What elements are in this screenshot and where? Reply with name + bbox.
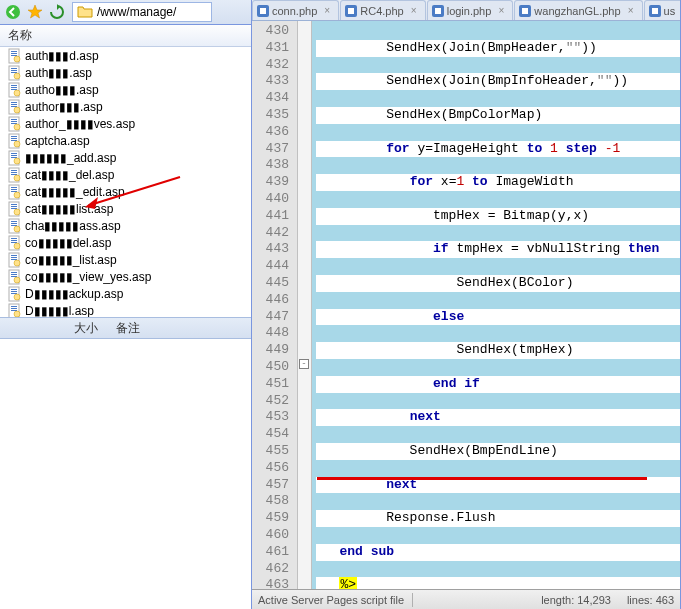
file-list: auth▮▮▮d.aspauth▮▮▮.aspautho▮▮▮.aspautho…: [0, 47, 251, 317]
file-name: ▮▮▮▮▮▮_add.asp: [25, 151, 116, 165]
file-item[interactable]: author▮▮▮.asp: [0, 98, 251, 115]
file-item[interactable]: co▮▮▮▮▮_list.asp: [0, 251, 251, 268]
svg-rect-4: [11, 53, 17, 54]
svg-rect-54: [11, 223, 17, 224]
svg-rect-63: [11, 255, 17, 256]
svg-rect-13: [11, 85, 17, 86]
file-item[interactable]: cat▮▮▮▮▮list.asp: [0, 200, 251, 217]
svg-point-56: [14, 226, 20, 232]
file-name: autho▮▮▮.asp: [25, 83, 99, 97]
svg-rect-64: [11, 257, 17, 258]
file-name: author_▮▮▮▮ves.asp: [25, 117, 135, 131]
file-item[interactable]: co▮▮▮▮▮del.asp: [0, 234, 251, 251]
editor-tab[interactable]: RC4.php×: [340, 0, 425, 20]
svg-rect-60: [11, 242, 17, 243]
editor-tab[interactable]: conn.php×: [252, 0, 339, 20]
svg-point-21: [14, 107, 20, 113]
close-icon[interactable]: ×: [322, 6, 332, 16]
file-item[interactable]: captcha.asp: [0, 132, 251, 149]
svg-rect-58: [11, 238, 17, 239]
tab-label: us: [664, 5, 676, 17]
file-name: co▮▮▮▮▮_view_yes.asp: [25, 270, 151, 284]
back-icon[interactable]: [4, 3, 22, 21]
svg-rect-69: [11, 274, 17, 275]
svg-rect-50: [11, 208, 17, 209]
editor-tab[interactable]: us×: [644, 0, 680, 20]
file-name: auth▮▮▮.asp: [25, 66, 92, 80]
svg-rect-25: [11, 123, 17, 124]
file-item[interactable]: cat▮▮▮▮▮_edit.asp: [0, 183, 251, 200]
file-item[interactable]: co▮▮▮▮▮_view_yes.asp: [0, 268, 251, 285]
file-item[interactable]: cat▮▮▮▮_del.asp: [0, 166, 251, 183]
svg-point-16: [14, 90, 20, 96]
col-size[interactable]: 大小: [74, 320, 98, 337]
svg-rect-9: [11, 70, 17, 71]
refresh-icon[interactable]: [48, 3, 66, 21]
svg-rect-10: [11, 72, 17, 73]
svg-point-26: [14, 124, 20, 130]
file-name: cha▮▮▮▮▮ass.asp: [25, 219, 121, 233]
code-area[interactable]: SendHex(Join(BmpHeader,"")) SendHex(Join…: [312, 21, 680, 589]
editor-tab[interactable]: wangzhanGL.php×: [514, 0, 642, 20]
fold-marker[interactable]: -: [299, 359, 309, 369]
svg-rect-68: [11, 272, 17, 273]
svg-point-31: [14, 141, 20, 147]
svg-point-36: [14, 158, 20, 164]
favorite-icon[interactable]: [26, 3, 44, 21]
file-name: auth▮▮▮d.asp: [25, 49, 99, 63]
file-item[interactable]: D▮▮▮▮▮l.asp: [0, 302, 251, 317]
file-item[interactable]: auth▮▮▮d.asp: [0, 47, 251, 64]
svg-point-51: [14, 209, 20, 215]
status-filetype: Active Server Pages script file: [258, 594, 404, 606]
svg-point-0: [6, 5, 20, 19]
svg-rect-79: [11, 308, 17, 309]
path-input[interactable]: [97, 5, 207, 19]
file-item[interactable]: auth▮▮▮.asp: [0, 64, 251, 81]
editor-tab[interactable]: login.php×: [427, 0, 514, 20]
tab-label: conn.php: [272, 5, 317, 17]
php-file-icon: [345, 5, 357, 17]
col-notes[interactable]: 备注: [116, 320, 140, 337]
svg-rect-73: [11, 289, 17, 290]
svg-point-11: [14, 73, 20, 79]
status-length: length: 14,293: [541, 594, 611, 606]
file-toolbar: [0, 0, 251, 25]
column-header-name[interactable]: 名称: [0, 25, 251, 47]
svg-rect-65: [11, 259, 17, 260]
svg-rect-34: [11, 155, 17, 156]
file-item[interactable]: author_▮▮▮▮ves.asp: [0, 115, 251, 132]
close-icon[interactable]: ×: [409, 6, 419, 16]
file-item[interactable]: cha▮▮▮▮▮ass.asp: [0, 217, 251, 234]
file-name: cat▮▮▮▮▮list.asp: [25, 202, 113, 216]
bottom-space: [0, 339, 251, 609]
svg-rect-40: [11, 174, 17, 175]
svg-rect-49: [11, 206, 17, 207]
svg-rect-80: [11, 310, 17, 311]
svg-rect-15: [11, 89, 17, 90]
highlight-underline: [317, 477, 647, 480]
svg-point-46: [14, 192, 20, 198]
file-name: D▮▮▮▮▮ackup.asp: [25, 287, 123, 301]
svg-rect-5: [11, 55, 17, 56]
file-item[interactable]: autho▮▮▮.asp: [0, 81, 251, 98]
php-file-icon: [257, 5, 269, 17]
file-item[interactable]: ▮▮▮▮▮▮_add.asp: [0, 149, 251, 166]
svg-rect-43: [11, 187, 17, 188]
file-name: cat▮▮▮▮_del.asp: [25, 168, 114, 182]
svg-rect-14: [11, 87, 17, 88]
close-icon[interactable]: ×: [626, 6, 636, 16]
file-name: cat▮▮▮▮▮_edit.asp: [25, 185, 125, 199]
php-file-icon: [519, 5, 531, 17]
svg-rect-59: [11, 240, 17, 241]
svg-rect-44: [11, 189, 17, 190]
code-editor[interactable]: 4304314324334344354364374384394404414424…: [252, 21, 680, 589]
svg-rect-78: [11, 306, 17, 307]
svg-rect-23: [11, 119, 17, 120]
svg-rect-70: [11, 276, 17, 277]
file-item[interactable]: D▮▮▮▮▮ackup.asp: [0, 285, 251, 302]
svg-point-81: [14, 311, 20, 317]
svg-point-71: [14, 277, 20, 283]
close-icon[interactable]: ×: [496, 6, 506, 16]
path-box: [72, 2, 212, 22]
svg-rect-39: [11, 172, 17, 173]
